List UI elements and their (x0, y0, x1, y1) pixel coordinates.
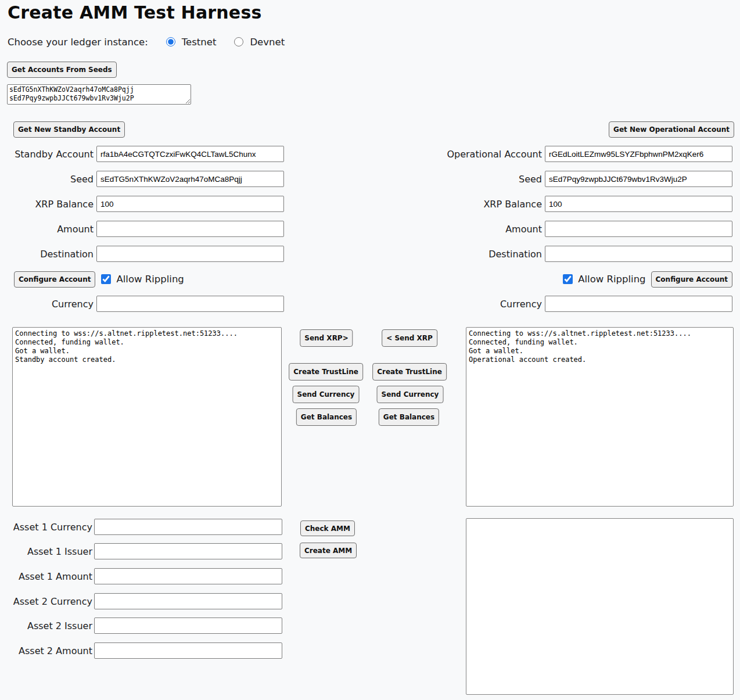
standby-create-trustline-button[interactable]: Create TrustLine (289, 363, 363, 380)
operational-amount-input[interactable] (545, 221, 732, 237)
get-new-standby-account-button[interactable]: Get New Standby Account (13, 121, 125, 138)
asset2-currency-label: Asset 2 Currency (7, 596, 92, 607)
operational-get-balances-button[interactable]: Get Balances (379, 408, 439, 426)
operational-allow-rippling-label: Allow Rippling (578, 274, 645, 285)
asset1-amount-row: Asset 1 Amount (7, 568, 282, 584)
testnet-radio[interactable] (166, 37, 175, 46)
asset2-issuer-label: Asset 2 Issuer (7, 620, 92, 631)
standby-seed-label: Seed (7, 174, 94, 185)
ledger-option-devnet[interactable]: Devnet (234, 37, 285, 48)
standby-destination-row: Destination (7, 246, 284, 262)
asset1-issuer-row: Asset 1 Issuer (7, 543, 282, 559)
asset2-currency-row: Asset 2 Currency (7, 593, 282, 609)
asset1-currency-label: Asset 1 Currency (7, 522, 92, 533)
standby-allow-rippling-checkbox[interactable] (101, 274, 111, 284)
asset1-amount-input[interactable] (94, 568, 282, 584)
operational-account-input[interactable] (545, 146, 732, 162)
standby-amount-row: Amount (7, 221, 284, 237)
asset2-amount-label: Asset 2 Amount (7, 645, 92, 656)
asset1-issuer-label: Asset 1 Issuer (7, 546, 92, 557)
operational-destination-label: Destination (441, 249, 542, 260)
asset2-currency-input[interactable] (94, 593, 282, 609)
asset1-amount-label: Asset 1 Amount (7, 571, 92, 582)
operational-currency-row: Currency (441, 296, 732, 312)
operational-seed-input[interactable] (545, 171, 732, 187)
standby-account-input[interactable] (96, 146, 284, 162)
operational-seed-label: Seed (441, 174, 542, 185)
standby-xrp-balance-label: XRP Balance (7, 199, 94, 210)
operational-xrp-balance-input[interactable] (545, 196, 732, 212)
operational-currency-label: Currency (441, 299, 542, 310)
standby-destination-label: Destination (7, 249, 94, 260)
operational-amount-label: Amount (441, 224, 542, 235)
get-accounts-from-seeds-button[interactable]: Get Accounts From Seeds (7, 62, 117, 78)
standby-result-log[interactable]: Connecting to wss://s.altnet.rippletest.… (12, 327, 282, 507)
devnet-radio-label: Devnet (250, 37, 285, 48)
operational-currency-input[interactable] (545, 296, 732, 312)
operational-result-log[interactable]: Connecting to wss://s.altnet.rippletest.… (466, 327, 734, 507)
operational-destination-row: Destination (441, 246, 732, 262)
check-amm-button[interactable]: Check AMM (300, 520, 355, 536)
standby-currency-input[interactable] (96, 296, 284, 312)
standby-amount-label: Amount (7, 224, 94, 235)
standby-currency-row: Currency (7, 296, 284, 312)
operational-seed-row: Seed (441, 171, 732, 187)
operational-create-trustline-button[interactable]: Create TrustLine (372, 363, 447, 380)
asset2-amount-row: Asset 2 Amount (7, 642, 282, 659)
operational-amount-row: Amount (441, 221, 732, 237)
standby-xrp-balance-input[interactable] (96, 196, 284, 212)
ledger-instance-label: Choose your ledger instance: (8, 37, 148, 48)
operational-destination-input[interactable] (545, 246, 732, 262)
standby-destination-input[interactable] (96, 246, 284, 262)
operational-send-currency-button[interactable]: Send Currency (377, 386, 444, 403)
seeds-textarea[interactable]: sEdTG5nXThKWZoV2aqrh47oMCa8Pqjj sEd7Pqy9… (7, 84, 191, 105)
standby-get-balances-button[interactable]: Get Balances (296, 408, 357, 426)
standby-xrp-balance-row: XRP Balance (7, 196, 284, 212)
operational-account-row: Operational Account (441, 146, 732, 162)
asset2-issuer-input[interactable] (94, 618, 282, 634)
standby-seed-input[interactable] (96, 171, 284, 187)
standby-currency-label: Currency (7, 299, 94, 310)
operational-xrp-balance-row: XRP Balance (441, 196, 732, 212)
operational-allow-rippling-checkbox[interactable] (563, 274, 573, 284)
standby-send-currency-button[interactable]: Send Currency (293, 386, 360, 403)
operational-account-label: Operational Account (441, 149, 542, 160)
testnet-radio-label: Testnet (182, 37, 217, 48)
standby-allow-rippling-label: Allow Rippling (116, 274, 184, 285)
devnet-radio[interactable] (234, 37, 243, 46)
asset1-issuer-input[interactable] (94, 543, 282, 559)
standby-configure-row: Configure Account Allow Rippling (14, 271, 184, 288)
create-amm-test-harness-page: Create AMM Test Harness Choose your ledg… (0, 0, 740, 700)
asset2-issuer-row: Asset 2 Issuer (7, 618, 282, 634)
operational-xrp-balance-label: XRP Balance (441, 199, 542, 210)
operational-configure-row: Allow Rippling Configure Account (545, 271, 732, 288)
standby-account-row: Standby Account (7, 146, 284, 162)
asset2-amount-input[interactable] (94, 642, 282, 659)
standby-configure-account-button[interactable]: Configure Account (14, 271, 95, 288)
operational-send-xrp-button[interactable]: < Send XRP (382, 329, 437, 347)
standby-send-xrp-button[interactable]: Send XRP> (300, 329, 353, 347)
ledger-option-testnet[interactable]: Testnet (166, 37, 217, 48)
page-title: Create AMM Test Harness (8, 2, 262, 23)
standby-seed-row: Seed (7, 171, 284, 187)
standby-account-label: Standby Account (7, 149, 94, 160)
amm-result-log[interactable] (466, 518, 734, 695)
standby-amount-input[interactable] (96, 221, 284, 237)
asset1-currency-row: Asset 1 Currency (7, 519, 282, 535)
operational-configure-account-button[interactable]: Configure Account (651, 271, 732, 288)
create-amm-button[interactable]: Create AMM (300, 543, 357, 558)
asset1-currency-input[interactable] (94, 519, 282, 535)
get-new-operational-account-button[interactable]: Get New Operational Account (609, 121, 734, 138)
ledger-instance-chooser: Choose your ledger instance: Testnet Dev… (8, 35, 285, 48)
